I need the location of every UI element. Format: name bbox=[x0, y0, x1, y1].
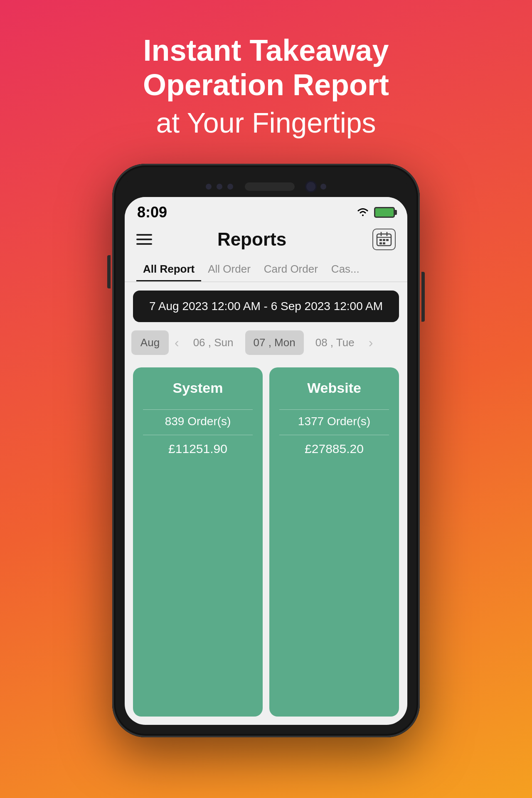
front-camera bbox=[306, 182, 315, 191]
headline-line3: at Your Fingertips bbox=[143, 106, 389, 139]
headline-line1: Instant Takeaway bbox=[143, 34, 389, 67]
status-icons bbox=[356, 207, 395, 218]
day-navigator: Aug ‹ 06 , Sun 07 , Mon 08 , Tue › bbox=[125, 322, 407, 363]
system-card-divider-2 bbox=[143, 435, 253, 435]
svg-rect-4 bbox=[379, 239, 382, 241]
headline-block: Instant Takeaway Operation Report at You… bbox=[143, 33, 389, 139]
speaker-grille bbox=[245, 182, 295, 191]
system-card: System 839 Order(s) £11251.90 bbox=[133, 367, 263, 717]
tab-all-report[interactable]: All Report bbox=[136, 257, 201, 281]
camera-dot-2 bbox=[217, 184, 222, 190]
wifi-icon bbox=[356, 207, 370, 218]
website-card-divider-1 bbox=[279, 409, 389, 410]
svg-rect-7 bbox=[379, 242, 382, 244]
system-card-divider-1 bbox=[143, 409, 253, 410]
calendar-icon bbox=[376, 232, 392, 247]
tab-card-order[interactable]: Card Order bbox=[257, 257, 325, 281]
camera-dot-3 bbox=[227, 184, 233, 190]
battery-icon bbox=[374, 207, 395, 218]
svg-rect-5 bbox=[383, 239, 385, 241]
website-card-title: Website bbox=[307, 380, 361, 396]
system-card-amount: £11251.90 bbox=[168, 442, 227, 456]
next-arrow[interactable]: › bbox=[366, 331, 376, 355]
system-card-title: System bbox=[173, 380, 223, 396]
phone-shell: 8:09 Reports bbox=[112, 164, 420, 737]
sensor-dot bbox=[320, 184, 326, 190]
website-card-divider-2 bbox=[279, 435, 389, 435]
system-card-orders: 839 Order(s) bbox=[165, 415, 231, 428]
tab-cash[interactable]: Cas... bbox=[325, 257, 366, 281]
prev-arrow[interactable]: ‹ bbox=[172, 331, 182, 355]
date-range-bar[interactable]: 7 Aug 2023 12:00 AM - 6 Sep 2023 12:00 A… bbox=[133, 291, 399, 322]
date-range-text: 7 Aug 2023 12:00 AM - 6 Sep 2023 12:00 A… bbox=[145, 300, 387, 313]
phone-screen: 8:09 Reports bbox=[125, 197, 407, 725]
calendar-button[interactable] bbox=[372, 229, 396, 250]
day-07-mon[interactable]: 07 , Mon bbox=[245, 330, 304, 355]
phone-notch bbox=[125, 176, 407, 197]
tabs-row: All Report All Order Card Order Cas... bbox=[125, 257, 407, 281]
status-time: 8:09 bbox=[137, 204, 167, 221]
camera-dot-1 bbox=[206, 184, 212, 190]
battery-tip bbox=[395, 210, 397, 215]
month-badge: Aug bbox=[131, 330, 169, 355]
website-card: Website 1377 Order(s) £27885.20 bbox=[269, 367, 399, 717]
website-card-orders: 1377 Order(s) bbox=[298, 415, 370, 428]
svg-rect-8 bbox=[383, 242, 385, 244]
website-card-amount: £27885.20 bbox=[305, 442, 364, 456]
svg-rect-6 bbox=[386, 239, 389, 241]
page-title: Reports bbox=[131, 229, 372, 250]
day-06-sun[interactable]: 06 , Sun bbox=[185, 330, 242, 355]
volume-button bbox=[107, 255, 111, 288]
status-bar: 8:09 bbox=[125, 197, 407, 224]
cards-area: System 839 Order(s) £11251.90 Website 13… bbox=[125, 363, 407, 725]
day-08-tue[interactable]: 08 , Tue bbox=[307, 330, 363, 355]
headline-line2: Operation Report bbox=[143, 68, 389, 101]
tabs-divider bbox=[125, 281, 407, 282]
tab-all-order[interactable]: All Order bbox=[201, 257, 257, 281]
app-header: Reports bbox=[125, 224, 407, 257]
power-button bbox=[421, 272, 425, 322]
